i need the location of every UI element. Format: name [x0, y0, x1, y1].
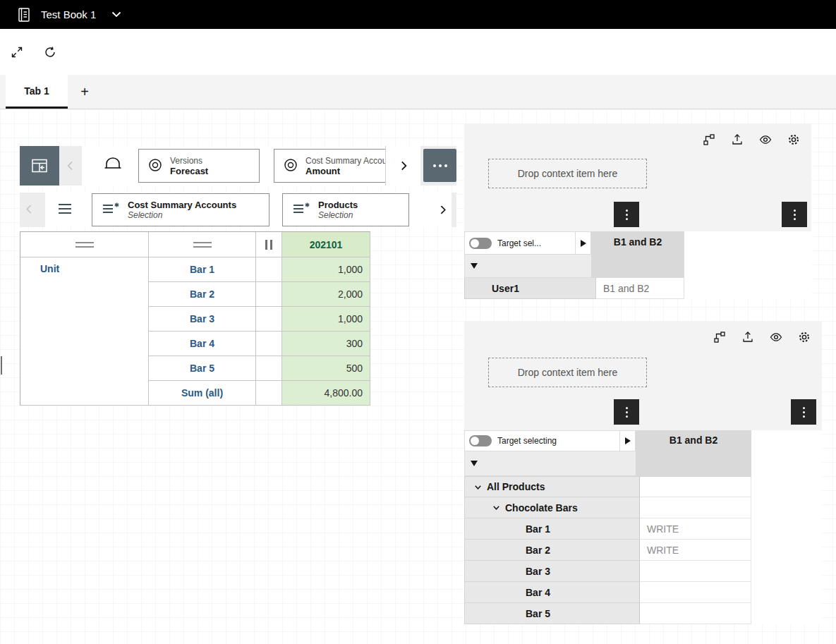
chevron-right-icon [397, 159, 410, 172]
row-selector-cost-summary-accounts[interactable]: Cost Summary Accounts Selection [92, 193, 269, 226]
column-header[interactable]: B1 and B2 [591, 231, 684, 278]
hierarchy-icon[interactable] [713, 331, 726, 344]
tab-label: Tab 1 [24, 85, 49, 97]
workbook-title[interactable]: Test Book 1 [41, 8, 96, 20]
target-selection-toggle[interactable] [469, 435, 492, 446]
security-widget-products: Drop context item here Target selecting … [464, 321, 822, 624]
row-header-handle[interactable] [20, 232, 149, 257]
kebab-menu-button[interactable] [791, 399, 816, 425]
value-cell[interactable] [640, 603, 751, 624]
value-cell[interactable]: B1 and B2 [596, 278, 684, 299]
context-scroll-left-button[interactable] [62, 157, 79, 174]
collapse-grid-icon [30, 157, 49, 175]
eye-icon[interactable] [759, 133, 772, 146]
pause-icon [265, 240, 272, 250]
kebab-menu-button[interactable] [614, 399, 639, 425]
row-member[interactable]: Bar 3 [149, 307, 256, 332]
expand-column-button[interactable] [619, 430, 636, 451]
expand-column-button[interactable] [575, 231, 591, 255]
context-drop-zone[interactable]: Drop context item here [488, 159, 647, 188]
context-selector-versions[interactable]: Versions Forecast [138, 149, 260, 183]
kebab-menu-button[interactable] [614, 202, 639, 227]
value-cell[interactable] [640, 497, 751, 518]
column-header[interactable]: 202101 [282, 232, 370, 257]
value-cell[interactable]: 1,000 [282, 307, 370, 332]
row-member[interactable]: Bar 5 [149, 356, 256, 381]
upload-icon[interactable] [731, 133, 744, 146]
rowset-scroll-right-button[interactable] [435, 202, 450, 217]
dimension-name: Versions [170, 156, 208, 166]
eye-icon[interactable] [770, 331, 782, 344]
row-dimension-dropdown[interactable] [464, 451, 636, 476]
overflow-menu-button[interactable] [423, 149, 456, 182]
tree-row: Chocolate Bars [464, 497, 751, 518]
value-cell[interactable]: 500 [282, 356, 370, 381]
chevron-down-icon[interactable] [111, 11, 121, 18]
row-member[interactable]: Sum (all) [149, 381, 256, 406]
chevron-down-icon[interactable] [492, 503, 501, 512]
row-selector-products[interactable]: Products Selection [282, 193, 409, 226]
rows-icon[interactable] [56, 201, 73, 217]
rowset-scroll-left-button[interactable] [21, 201, 37, 217]
value-cell[interactable] [640, 582, 751, 603]
member-tree: All Products Chocolate Bars Bar 1 WRITE … [464, 476, 751, 624]
context-selector-cost-summary[interactable]: Cost Summary Accounts Amount [274, 149, 385, 183]
row-member[interactable]: Bar 4 [149, 332, 256, 356]
tree-member-bar5[interactable]: Bar 5 [464, 603, 640, 624]
workbook-icon [17, 7, 31, 23]
spacer-cell [256, 307, 282, 332]
kebab-menu-button[interactable] [782, 202, 807, 227]
row-dimension-header[interactable]: Unit [20, 257, 149, 406]
chevron-left-icon [23, 203, 35, 215]
value-cell[interactable]: 4,800.00 [282, 381, 370, 406]
target-selection-toggle[interactable] [469, 238, 492, 249]
spacer-cell [256, 356, 282, 381]
expand-button[interactable] [6, 41, 28, 63]
value-cell[interactable] [640, 476, 751, 497]
data-grid: 202101 Unit Bar 1 1,000 Bar 2 2,000 Bar … [20, 231, 370, 406]
context-scroll-right-button[interactable] [385, 146, 420, 186]
row-member[interactable]: User1 [464, 278, 596, 299]
context-drop-zone[interactable]: Drop context item here [488, 358, 647, 387]
bench-icon[interactable] [103, 154, 123, 173]
tree-member-all-products[interactable]: All Products [464, 476, 640, 497]
toggle-label: Target selecting [497, 436, 557, 446]
freeze-handle[interactable] [256, 232, 282, 257]
tab-bar: Tab 1 + [0, 75, 836, 109]
app-header: Test Book 1 [0, 0, 836, 29]
row-member[interactable]: Bar 2 [149, 282, 256, 307]
value-cell[interactable] [640, 561, 751, 582]
row-dimension-dropdown[interactable] [464, 255, 591, 278]
tree-member-bar4[interactable]: Bar 4 [464, 582, 640, 603]
tree-member-bar3[interactable]: Bar 3 [464, 561, 640, 582]
value-cell[interactable]: WRITE [640, 540, 751, 561]
set-selection-icon [291, 201, 311, 219]
value-cell[interactable]: 300 [282, 332, 370, 356]
canvas: Versions Forecast Cost Summary Accounts … [0, 109, 836, 644]
column-header[interactable]: B1 and B2 [636, 430, 751, 476]
collapse-grid-button[interactable] [20, 146, 59, 186]
row-member[interactable]: Bar 1 [149, 257, 256, 282]
chevron-down-icon[interactable] [473, 482, 483, 492]
gear-icon[interactable] [787, 133, 800, 146]
value-cell[interactable]: 2,000 [282, 282, 370, 307]
add-tab-button[interactable]: + [68, 75, 102, 109]
tree-member-chocolate-bars[interactable]: Chocolate Bars [464, 497, 640, 518]
canvas-resize-handle[interactable] [1, 356, 2, 375]
spacer-cell [256, 381, 282, 406]
tree-member-bar1[interactable]: Bar 1 [464, 518, 640, 540]
upload-icon[interactable] [741, 331, 754, 344]
tree-member-bar2[interactable]: Bar 2 [464, 540, 640, 561]
target-toggle-cell: Target sel... [464, 231, 575, 255]
hierarchy-icon[interactable] [703, 133, 715, 146]
widget-header: Drop context item here [464, 321, 822, 430]
value-cell[interactable]: WRITE [640, 518, 751, 540]
drag-handle-icon [193, 242, 212, 248]
row-header-handle[interactable] [149, 232, 256, 257]
refresh-button[interactable] [39, 41, 61, 63]
selection-mode: Selection [128, 210, 236, 220]
tab-tab1[interactable]: Tab 1 [6, 75, 68, 109]
gear-icon[interactable] [798, 331, 811, 344]
value-cell[interactable]: 1,000 [282, 257, 370, 282]
action-toolbar [0, 29, 836, 75]
